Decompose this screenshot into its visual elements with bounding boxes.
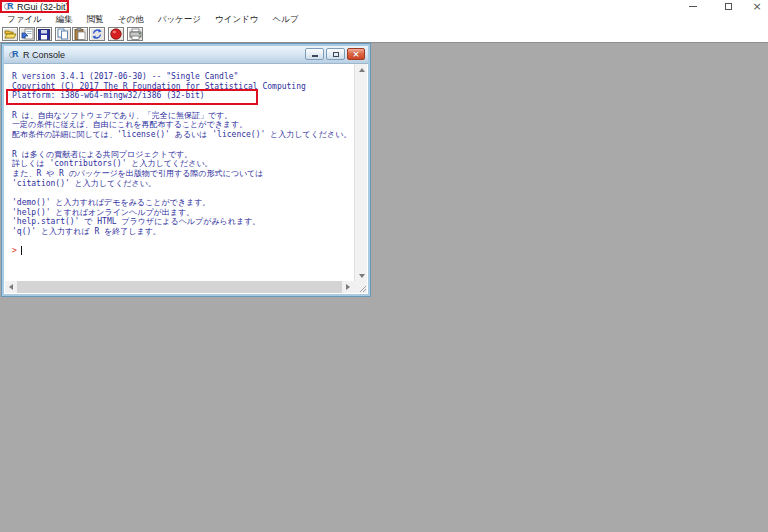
text-cursor — [21, 246, 23, 255]
console-line: Copyright (C) 2017 The R Foundation for … — [12, 82, 353, 92]
load-workspace-button[interactable] — [19, 27, 35, 41]
console-body: R version 3.4.1 (2017-06-30) -- "Single … — [4, 64, 368, 294]
console-line — [12, 101, 353, 111]
console-line: R は、自由なソフトウェアであり、「完全に無保証」です。 — [12, 111, 353, 121]
maximize-icon — [725, 3, 732, 10]
mdi-client-area: R R Console × R version 3.4.1 (2017-06-3… — [0, 43, 768, 532]
open-script-icon — [4, 29, 17, 40]
minimize-button[interactable] — [684, 0, 702, 13]
console-line — [12, 237, 353, 247]
console-line: R version 3.4.1 (2017-06-30) -- "Single … — [12, 72, 353, 82]
console-line: 'q()' と入力すれば R を終了します。 — [12, 227, 353, 237]
stop-button[interactable] — [108, 27, 124, 41]
console-maximize-button[interactable] — [326, 48, 345, 60]
console-line: Platform: i386-w64-mingw32/i386 (32-bit) — [12, 91, 353, 101]
r-logo-letter: R — [7, 1, 14, 12]
console-window-controls: × — [303, 48, 365, 60]
prompt-character: > — [12, 246, 17, 255]
console-line: また、R や R のパッケージを出版物で引用する際の形式については — [12, 169, 353, 179]
menu-item-5[interactable]: ウインドウ — [215, 14, 259, 26]
vertical-scrollbar[interactable] — [354, 64, 367, 281]
menu-item-4[interactable]: パッケージ — [158, 14, 201, 26]
console-line — [12, 188, 353, 198]
console-title: R Console — [23, 50, 65, 60]
copy-icon — [57, 28, 69, 40]
resize-grip[interactable] — [354, 281, 367, 293]
maximize-icon — [333, 52, 339, 57]
scroll-right-arrow-icon[interactable] — [342, 281, 354, 293]
console-line: 配布条件の詳細に関しては、'license()' あるいは 'licence()… — [12, 130, 353, 140]
menu-item-0[interactable]: ファイル — [7, 14, 42, 26]
console-titlebar[interactable]: R R Console × — [4, 46, 368, 64]
r-console-window[interactable]: R R Console × R version 3.4.1 (2017-06-3… — [2, 44, 370, 296]
console-close-button[interactable]: × — [347, 48, 365, 60]
console-line: 一定の条件に従えば、自由にこれを再配布することができます。 — [12, 120, 353, 130]
open-script-button[interactable] — [2, 27, 18, 41]
console-line: 'help.start()' で HTML ブラウザによるヘルプがみられます。 — [12, 217, 353, 227]
menu-item-2[interactable]: 閲覧 — [87, 14, 104, 26]
horizontal-scrollbar[interactable] — [5, 281, 354, 293]
copy-paste-icon — [91, 28, 103, 40]
close-button[interactable]: × — [748, 0, 766, 13]
console-line: 詳しくは 'contributors()' と入力してください。 — [12, 159, 353, 169]
paste-button[interactable] — [72, 27, 88, 41]
menu-item-6[interactable]: ヘルプ — [273, 14, 299, 26]
save-button[interactable] — [36, 27, 52, 41]
stop-icon — [110, 28, 122, 40]
r-console-icon: R — [9, 50, 19, 60]
close-icon: × — [752, 0, 761, 13]
window-title: RGui (32-bit) — [17, 1, 69, 13]
console-line: 'demo()' と入力すればデモをみることができます。 — [12, 198, 353, 208]
maximize-button[interactable] — [719, 0, 737, 13]
print-button[interactable] — [127, 27, 143, 41]
console-minimize-button[interactable] — [305, 48, 324, 60]
menu-item-1[interactable]: 編集 — [56, 14, 73, 26]
console-line: 'help()' とすればオンラインヘルプが出ます。 — [12, 208, 353, 218]
scroll-down-arrow-icon[interactable] — [355, 270, 368, 281]
save-icon — [38, 29, 50, 40]
paste-icon — [74, 28, 86, 40]
copy-paste-button[interactable] — [89, 27, 105, 41]
menu-bar: ファイル編集閲覧その他パッケージウインドウヘルプ — [0, 13, 768, 26]
console-line: R は多くの貢献者による共同プロジェクトです。 — [12, 150, 353, 160]
menu-item-3[interactable]: その他 — [118, 14, 144, 26]
load-workspace-icon — [21, 28, 34, 40]
main-titlebar: R RGui (32-bit) × — [0, 0, 768, 13]
copy-button[interactable] — [55, 27, 71, 41]
console-line — [12, 140, 353, 150]
scroll-left-arrow-icon[interactable] — [5, 281, 17, 293]
minimize-icon — [312, 55, 318, 57]
scroll-up-arrow-icon[interactable] — [355, 64, 368, 75]
console-line: 'citation()' と入力してください。 — [12, 179, 353, 189]
close-icon: × — [352, 49, 360, 60]
rgui-app-icon: R — [4, 2, 14, 12]
r-logo-letter: R — [12, 49, 19, 60]
console-output[interactable]: R version 3.4.1 (2017-06-30) -- "Single … — [6, 64, 353, 281]
toolbar — [0, 26, 768, 43]
print-icon — [129, 28, 142, 40]
minimize-icon — [689, 6, 697, 7]
console-prompt-line[interactable]: > — [12, 246, 353, 256]
